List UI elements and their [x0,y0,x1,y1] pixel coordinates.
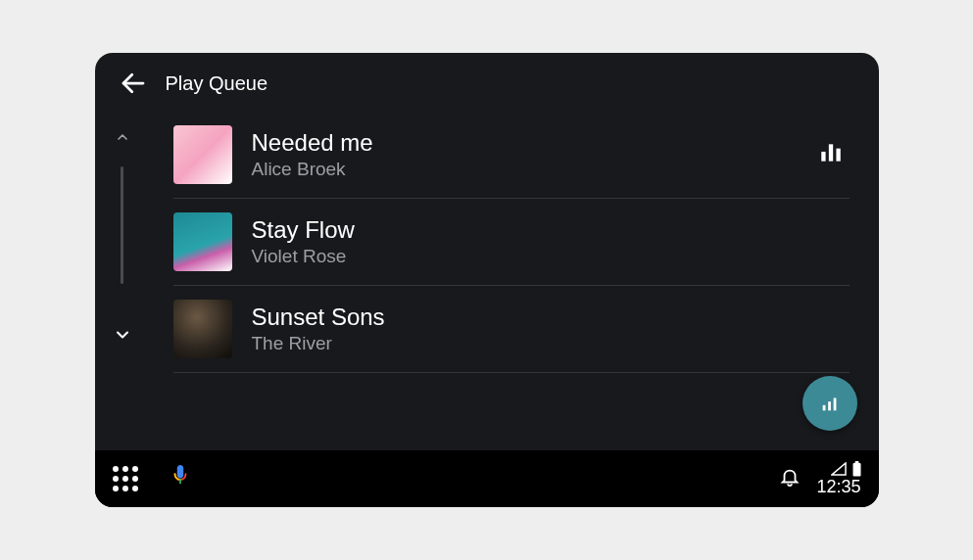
track-title: Sunset Sons [252,303,850,331]
page-title: Play Queue [166,72,268,95]
svg-rect-5 [828,401,831,410]
row-text: Sunset Sons The River [252,303,850,354]
svg-rect-4 [822,405,825,411]
mic-icon [170,463,191,490]
scroll-up-button[interactable] [115,129,130,149]
svg-rect-6 [833,398,836,411]
equalizer-icon [818,140,844,165]
scroll-track[interactable] [121,166,123,284]
header: Play Queue [95,53,879,106]
album-art [173,125,232,184]
now-playing-fab[interactable] [803,376,857,431]
scroll-rail [95,106,150,450]
svg-rect-2 [828,144,832,161]
back-button[interactable] [119,69,148,98]
system-bar: 12:35 [95,450,879,507]
queue-row[interactable]: Sunset Sons The River [173,286,850,373]
notifications-button[interactable] [779,466,801,491]
track-artist: Violet Rose [252,246,850,267]
svg-rect-1 [821,152,825,162]
device-screen: Play Queue Needed me Alice Broek [95,53,879,507]
apps-button[interactable] [113,466,138,491]
queue-row[interactable]: Stay Flow Violet Rose [173,199,850,286]
scroll-down-button[interactable] [113,325,132,349]
voice-button[interactable] [170,463,191,494]
track-artist: The River [252,333,850,354]
track-artist: Alice Broek [252,159,799,180]
svg-rect-3 [836,149,840,162]
system-bar-left [113,463,191,494]
equalizer-icon [819,393,841,414]
system-bar-right: 12:35 [779,461,860,497]
chevron-up-icon [115,129,130,145]
battery-icon [852,461,861,477]
bell-icon [779,466,801,488]
row-text: Needed me Alice Broek [252,129,799,180]
track-title: Stay Flow [252,216,850,244]
album-art [173,212,232,271]
arrow-left-icon [119,69,148,98]
track-title: Needed me [252,129,799,157]
content-area: Needed me Alice Broek Stay Flow Violet R… [95,106,879,450]
clock: 12:35 [816,477,860,497]
queue-list: Needed me Alice Broek Stay Flow Violet R… [150,106,879,450]
album-art [173,300,232,358]
now-playing-indicator [818,140,844,169]
signal-icon [831,462,847,476]
svg-rect-8 [852,463,860,477]
queue-row[interactable]: Needed me Alice Broek [173,112,850,199]
row-text: Stay Flow Violet Rose [252,216,850,267]
status-area: 12:35 [816,461,860,497]
svg-rect-9 [854,461,858,464]
chevron-down-icon [113,325,132,345]
